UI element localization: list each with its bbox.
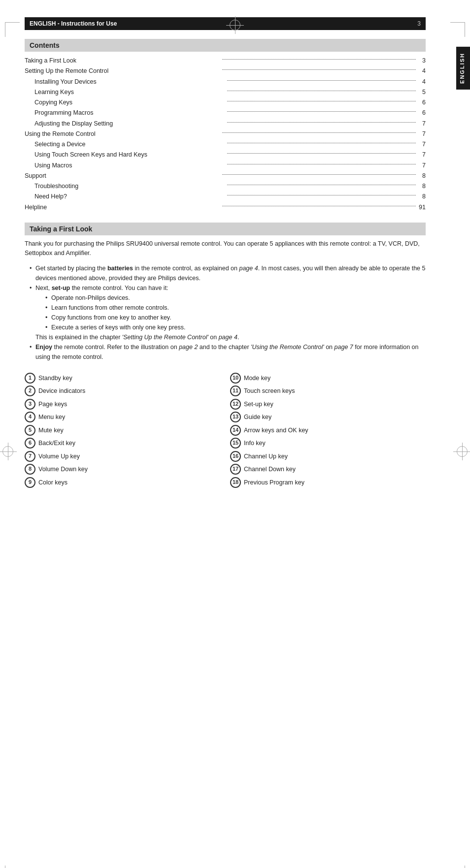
contents-dots	[225, 181, 416, 192]
key-circle: 10	[230, 373, 241, 384]
contents-item-page: 8	[416, 192, 426, 202]
contents-dots	[225, 161, 416, 171]
contents-item-title: Using the Remote Control	[25, 129, 220, 139]
contents-section-title: Contents	[25, 39, 426, 52]
contents-item-title: Learning Keys	[34, 87, 225, 97]
bullet-setup: Next, set-up the remote control. You can…	[30, 283, 426, 342]
sub-bullet-1: Operate non-Philips devices.	[45, 293, 426, 303]
key-label: Guide key	[244, 412, 271, 423]
contents-item-title: Programming Macros	[34, 108, 225, 118]
contents-dots	[220, 202, 416, 213]
key-label: Touch screen keys	[244, 386, 295, 397]
key-circle: 8	[25, 464, 35, 475]
contents-row: Support8	[25, 171, 426, 181]
key-circle: 18	[230, 477, 241, 488]
contents-row: Using Macros7	[25, 161, 426, 171]
key-circle: 7	[25, 451, 35, 462]
contents-item-title: Setting Up the Remote Control	[25, 66, 220, 76]
bullet-enjoy: Enjoy the remote control. Refer to the i…	[30, 342, 426, 362]
contents-item-title: Helpline	[25, 202, 220, 213]
key-circle: 15	[230, 438, 241, 449]
sub-bullet-4: Execute a series of keys with only one k…	[45, 322, 426, 332]
key-circle: 2	[25, 386, 35, 396]
key-label: Color keys	[38, 477, 67, 488]
key-circle: 12	[230, 399, 241, 410]
contents-dots	[225, 192, 416, 202]
contents-item-title: Taking a First Look	[25, 56, 220, 66]
contents-dots	[225, 150, 416, 160]
keys-grid: 1Standby key10Mode key2Device indicators…	[25, 373, 426, 488]
first-look-section-title: Taking a First Look	[25, 223, 426, 235]
key-item: 1Standby key	[25, 373, 220, 384]
contents-item-page: 6	[416, 108, 426, 118]
contents-row: Selecting a Device7	[25, 139, 426, 150]
contents-item-title: Using Touch Screen Keys and Hard Keys	[34, 150, 225, 160]
key-item: 11Touch screen keys	[230, 386, 426, 397]
key-item: 13Guide key	[230, 412, 426, 423]
key-item: 9Color keys	[25, 477, 220, 488]
contents-dots	[225, 77, 416, 87]
page-wrapper: ENGLISH ENGLISH - Instructions for Use 3…	[0, 17, 470, 868]
key-label: Mode key	[244, 373, 270, 384]
contents-row: Using Touch Screen Keys and Hard Keys7	[25, 150, 426, 160]
contents-item-page: 5	[416, 87, 426, 97]
key-label: Arrow keys and OK key	[244, 425, 308, 436]
key-circle: 13	[230, 412, 241, 422]
contents-row: Taking a First Look3	[25, 56, 426, 66]
contents-item-title: Installing Your Devices	[34, 77, 225, 87]
contents-item-page: 6	[416, 97, 426, 108]
key-circle: 5	[25, 425, 35, 436]
header-bar: ENGLISH - Instructions for Use 3	[25, 17, 426, 30]
contents-item-title: Need Help?	[34, 192, 225, 202]
header-title: ENGLISH - Instructions for Use	[30, 20, 117, 27]
key-label: Back/Exit key	[38, 438, 75, 449]
key-label: Standby key	[38, 373, 72, 384]
key-circle: 14	[230, 425, 241, 436]
contents-item-page: 7	[416, 161, 426, 171]
setup-note: This is explained in the chapter 'Settin…	[35, 334, 239, 341]
contents-item-page: 8	[416, 171, 426, 181]
key-label: Volume Up key	[38, 451, 80, 462]
key-label: Previous Program key	[244, 477, 304, 488]
key-circle: 9	[25, 477, 35, 488]
key-item: 17Channel Down key	[230, 464, 426, 475]
contents-row: Setting Up the Remote Control4	[25, 66, 426, 76]
contents-row: Copying Keys6	[25, 97, 426, 108]
contents-dots	[225, 87, 416, 97]
contents-row: Using the Remote Control7	[25, 129, 426, 139]
contents-dots	[225, 97, 416, 108]
key-label: Volume Down key	[38, 464, 88, 475]
reg-circle-right	[457, 446, 468, 457]
contents-table: Taking a First Look3Setting Up the Remot…	[25, 56, 426, 213]
contents-item-page: 4	[416, 77, 426, 87]
key-item: 14Arrow keys and OK key	[230, 425, 426, 436]
contents-item-page: 4	[416, 66, 426, 76]
key-label: Channel Up key	[244, 451, 288, 462]
contents-row: Troubleshooting8	[25, 181, 426, 192]
intro-text: Thank you for purchasing the Philips SRU…	[25, 239, 426, 258]
reg-mark-tl	[5, 22, 20, 37]
contents-dots	[220, 66, 416, 76]
key-item: 15Info key	[230, 438, 426, 449]
key-label: Mute key	[38, 425, 64, 436]
key-item: 4Menu key	[25, 412, 220, 423]
key-label: Info key	[244, 438, 266, 449]
reg-mark-tr	[450, 22, 465, 37]
page-number: 3	[417, 20, 421, 27]
key-item: 12Set-up key	[230, 399, 426, 410]
reg-mark-br	[450, 866, 465, 868]
contents-item-title: Troubleshooting	[34, 181, 225, 192]
key-circle: 1	[25, 373, 35, 384]
contents-row: Adjusting the Display Setting7	[25, 119, 426, 129]
reg-circle-top	[230, 20, 240, 31]
reg-circle-left	[2, 446, 13, 457]
sub-bullets-setup: Operate non-Philips devices. Learn funct…	[35, 293, 426, 332]
key-item: 8Volume Down key	[25, 464, 220, 475]
contents-row: Programming Macros6	[25, 108, 426, 118]
sub-bullet-3: Copy functions from one key to another k…	[45, 313, 426, 322]
key-circle: 6	[25, 438, 35, 449]
bullet-batteries: Get started by placing the batteries in …	[30, 263, 426, 283]
key-circle: 17	[230, 464, 241, 475]
contents-item-title: Adjusting the Display Setting	[34, 119, 225, 129]
contents-item-title: Using Macros	[34, 161, 225, 171]
